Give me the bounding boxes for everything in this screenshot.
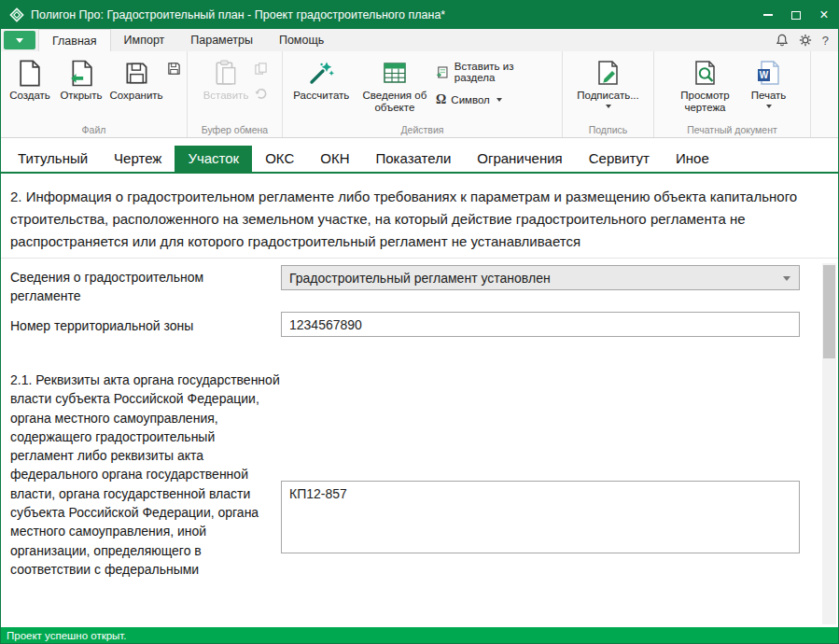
chevron-down-icon — [496, 98, 502, 102]
file-menu-button[interactable] — [4, 31, 35, 49]
vertical-scrollbar[interactable] — [822, 263, 836, 624]
tab-ogranicheniya[interactable]: Ограничения — [464, 146, 575, 172]
preview-magnifier-icon — [693, 56, 718, 90]
ribbon-tab-row: Главная Импорт Параметры Помощь ? — [1, 29, 838, 51]
form-panel: Сведения о градостроительном регламенте … — [1, 258, 838, 627]
close-button[interactable]: × — [810, 1, 838, 29]
chevron-down-icon — [606, 105, 611, 108]
object-info-button[interactable]: Сведения об объекте — [357, 54, 433, 114]
ribbon-tab-home[interactable]: Главная — [38, 29, 111, 51]
copy-icon — [254, 62, 268, 76]
group-label-print: Печатный документ — [654, 124, 810, 135]
ribbon-group-clipboard: Вставить Буфер обмена — [188, 51, 283, 137]
chevron-down-icon — [766, 105, 772, 108]
sign-button[interactable]: Подписать... — [572, 54, 645, 108]
tab-servitut[interactable]: Сервитут — [576, 146, 663, 172]
window-title: Полигон Про: Градостроительный план - Пр… — [31, 8, 445, 21]
app-logo-icon — [8, 7, 25, 23]
ribbon-tab-import[interactable]: Импорт — [111, 29, 178, 51]
tab-pokazateli[interactable]: Показатели — [363, 146, 465, 172]
sign-pen-icon — [596, 56, 621, 90]
open-folder-icon — [69, 56, 93, 90]
act-requisites-label: 2.1. Реквизиты акта органа государственн… — [10, 371, 281, 579]
ribbon-group-actions: Рассчитать Сведения об объекте Вставить … — [283, 51, 563, 137]
app-window: Полигон Про: Градостроительный план - Пр… — [0, 0, 839, 644]
preview-drawing-button[interactable]: Просмотр чертежа — [669, 54, 742, 114]
status-message: Проект успешно открыт. — [7, 630, 127, 641]
settings-gear-icon[interactable] — [799, 34, 812, 47]
chevron-down-icon — [783, 276, 790, 281]
tab-inoe[interactable]: Иное — [663, 146, 722, 172]
ribbon-group-file: Создать Открыть Сохранить Файл — [1, 51, 188, 137]
insert-from-section-icon — [436, 65, 450, 79]
regulation-info-label: Сведения о градостроительном регламенте — [10, 268, 273, 306]
save-all-button[interactable] — [165, 60, 183, 77]
new-button[interactable]: Создать — [5, 54, 55, 103]
status-bar: Проект успешно открыт. — [1, 627, 838, 643]
ribbon-tab-help[interactable]: Помощь — [266, 29, 337, 51]
tab-uchastok[interactable]: Участок — [175, 146, 252, 172]
symbol-button[interactable]: Ω Символ — [433, 91, 505, 108]
save-all-icon — [167, 62, 181, 76]
paste-clipboard-icon — [215, 56, 237, 90]
regulation-info-value: Градостроительный регламент установлен — [289, 271, 551, 286]
maximize-button[interactable] — [782, 1, 810, 29]
calculate-button[interactable]: Рассчитать — [287, 54, 357, 103]
undo-button[interactable] — [252, 85, 270, 103]
tab-okn[interactable]: ОКН — [307, 146, 362, 172]
section-tab-strip: Титульный Чертеж Участок ОКС ОКН Показат… — [1, 138, 838, 174]
undo-arrow-icon — [254, 87, 268, 101]
print-button[interactable]: W Печать — [742, 54, 796, 108]
tab-oks[interactable]: ОКС — [252, 146, 307, 172]
open-button[interactable]: Открыть — [55, 54, 107, 103]
territorial-zone-label: Номер территориальной зоны — [10, 316, 273, 335]
act-requisites-textarea[interactable]: КП12-857 — [281, 481, 800, 553]
ribbon: Создать Открыть Сохранить Файл — [1, 51, 838, 138]
tab-titulnyy[interactable]: Титульный — [5, 146, 101, 172]
svg-text:W: W — [759, 70, 768, 80]
ribbon-group-sign: Подписать... Подпись — [563, 51, 654, 137]
ribbon-tab-settings[interactable]: Параметры — [177, 29, 266, 51]
territorial-zone-input[interactable] — [281, 312, 800, 337]
group-label-actions: Действия — [283, 124, 562, 135]
help-icon[interactable]: ? — [822, 34, 829, 48]
title-bar: Полигон Про: Градостроительный план - Пр… — [1, 1, 838, 29]
group-label-clipboard: Буфер обмена — [188, 124, 282, 135]
save-button[interactable]: Сохранить — [107, 54, 165, 103]
scrollbar-thumb[interactable] — [823, 265, 835, 358]
main-content: 2. Информация о градостроительном реглам… — [1, 174, 838, 627]
group-label-sign: Подпись — [563, 124, 653, 135]
section-heading: 2. Информация о градостроительном реглам… — [10, 186, 820, 253]
insert-from-section-button[interactable]: Вставить из раздела — [433, 60, 558, 84]
word-document-icon: W — [757, 56, 781, 90]
notifications-bell-icon[interactable] — [776, 34, 789, 47]
omega-symbol-icon: Ω — [436, 92, 446, 107]
group-label-file: Файл — [1, 124, 187, 135]
regulation-info-combobox[interactable]: Градостроительный регламент установлен — [281, 265, 800, 290]
new-document-icon — [19, 56, 41, 90]
paste-button[interactable]: Вставить — [200, 54, 252, 103]
object-info-table-icon — [382, 56, 408, 90]
tab-chertezh[interactable]: Чертеж — [101, 146, 175, 172]
minimize-button[interactable] — [754, 1, 782, 29]
magic-wand-icon — [307, 56, 335, 90]
ribbon-group-print: Просмотр чертежа W Печать Печатный докум… — [654, 51, 811, 137]
chevron-down-icon — [16, 38, 23, 43]
copy-button[interactable] — [252, 60, 270, 77]
save-floppy-icon — [124, 56, 149, 90]
